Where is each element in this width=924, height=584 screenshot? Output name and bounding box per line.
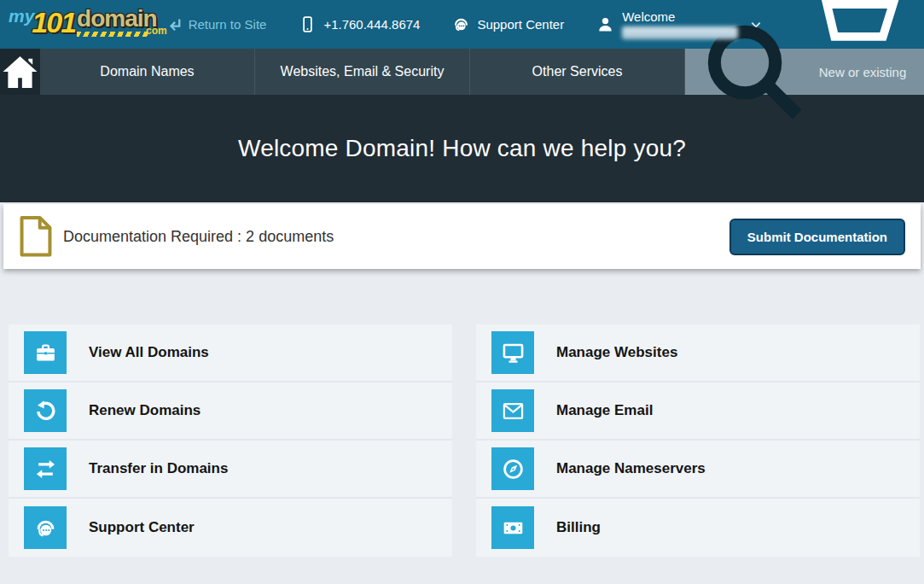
menu-item-label: View All Domains bbox=[89, 344, 209, 361]
logo-stripes bbox=[77, 32, 148, 37]
return-to-site-link[interactable]: Return to Site bbox=[167, 17, 267, 32]
quick-links-right-column: Manage WebsitesManage EmailManage Namese… bbox=[476, 324, 920, 557]
domain-search-input[interactable] bbox=[819, 65, 910, 79]
domain-search-box bbox=[685, 49, 924, 95]
menu-item-label: Transfer in Domains bbox=[89, 460, 228, 477]
compass-icon bbox=[491, 447, 534, 490]
nav-item-other-services[interactable]: Other Services bbox=[470, 49, 685, 95]
headset-icon bbox=[24, 506, 67, 549]
briefcase-icon bbox=[24, 331, 67, 374]
logo-prefix: my bbox=[9, 7, 34, 37]
envelope-icon bbox=[491, 389, 534, 432]
menu-item-label: Support Center bbox=[89, 519, 195, 536]
menu-item-view-all-domains[interactable]: View All Domains bbox=[9, 324, 452, 383]
support-center-link[interactable]: Support Center bbox=[452, 15, 564, 33]
logo-tld: .com bbox=[143, 26, 167, 37]
submit-documentation-button[interactable]: Submit Documentation bbox=[729, 219, 905, 255]
return-icon bbox=[167, 17, 182, 32]
nav-item-domain-names[interactable]: Domain Names bbox=[40, 49, 255, 95]
menu-item-renew-domains[interactable]: Renew Domains bbox=[9, 383, 452, 441]
logo-number: 101 bbox=[32, 8, 75, 37]
menu-item-support-center[interactable]: Support Center bbox=[9, 499, 452, 557]
menu-item-manage-email[interactable]: Manage Email bbox=[476, 383, 920, 441]
documentation-banner: Documentation Required : 2 documents Sub… bbox=[3, 204, 921, 269]
menu-item-manage-nameservers[interactable]: Manage Nameservers bbox=[476, 441, 920, 499]
nav-item-websites-email-security[interactable]: Websites, Email & Security bbox=[255, 49, 470, 95]
phone-link[interactable]: +1.760.444.8674 bbox=[299, 15, 420, 33]
menu-item-billing[interactable]: Billing bbox=[476, 499, 920, 557]
hero-title: Welcome Domain! How can we help you? bbox=[238, 135, 686, 162]
nav-label: Websites, Email & Security bbox=[281, 64, 445, 79]
menu-item-manage-websites[interactable]: Manage Websites bbox=[476, 324, 920, 383]
nav-label: Other Services bbox=[532, 64, 623, 79]
menu-item-label: Manage Nameservers bbox=[556, 460, 706, 477]
menu-item-label: Billing bbox=[556, 519, 601, 536]
menu-item-transfer-in-domains[interactable]: Transfer in Domains bbox=[9, 441, 452, 499]
menu-item-label: Manage Email bbox=[556, 402, 653, 419]
renew-icon bbox=[24, 389, 67, 432]
menu-item-label: Manage Websites bbox=[556, 344, 677, 361]
support-center-label: Support Center bbox=[477, 17, 564, 32]
nav-home-button[interactable] bbox=[0, 49, 40, 95]
username-redacted bbox=[622, 26, 738, 39]
home-icon bbox=[0, 52, 40, 92]
documentation-message: Documentation Required : 2 documents bbox=[63, 228, 334, 246]
main-nav: Domain Names Websites, Email & Security … bbox=[0, 49, 924, 95]
site-logo[interactable]: my 101 domain .com bbox=[9, 7, 167, 42]
headset-icon bbox=[452, 15, 470, 33]
menu-item-label: Renew Domains bbox=[89, 402, 200, 419]
quick-links-left-column: View All DomainsRenew DomainsTransfer in… bbox=[9, 324, 452, 557]
file-icon bbox=[19, 215, 53, 258]
banknote-icon bbox=[491, 506, 534, 549]
quick-links: View All DomainsRenew DomainsTransfer in… bbox=[9, 324, 920, 557]
return-to-site-label: Return to Site bbox=[189, 17, 267, 32]
nav-label: Domain Names bbox=[100, 64, 194, 79]
monitor-icon bbox=[491, 331, 534, 374]
mobile-phone-icon bbox=[299, 15, 317, 33]
user-icon bbox=[596, 15, 614, 33]
transfer-arrows-icon bbox=[24, 447, 67, 490]
phone-number: +1.760.444.8674 bbox=[323, 17, 420, 32]
